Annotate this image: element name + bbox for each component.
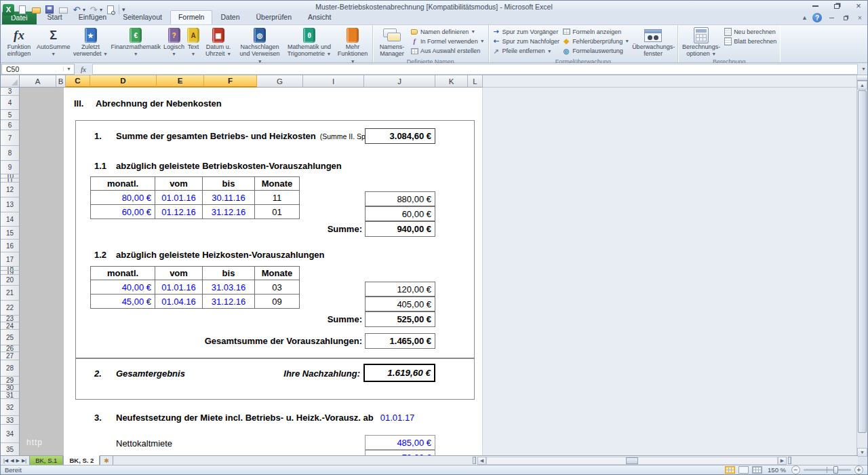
tab-scrollbar-splitter[interactable] xyxy=(473,457,476,464)
financial-button[interactable]: € Finanzmathematik▼ xyxy=(110,26,163,64)
column-header-E[interactable]: E xyxy=(157,75,204,88)
formula-input[interactable] xyxy=(92,64,858,75)
error-checking-button[interactable]: ◆Fehlerüberprüfung▼ xyxy=(561,37,631,45)
column-header-D[interactable]: D xyxy=(90,75,157,88)
calculate-sheet-button[interactable]: Blatt berechnen xyxy=(722,37,778,45)
row-header-34[interactable]: 34 xyxy=(1,425,20,443)
amount-cell[interactable]: 880,00 € xyxy=(365,191,435,206)
row-header-33[interactable]: 33 xyxy=(1,416,20,425)
collapse-ribbon-icon[interactable]: ▲ xyxy=(802,14,808,21)
page-break-view-button[interactable] xyxy=(752,466,762,474)
undo-dropdown-arrow[interactable]: ▾ xyxy=(83,7,85,13)
calculation-options-button[interactable]: Berechnungs­optionen ▼ xyxy=(680,26,722,58)
name-manager-button[interactable]: Namens-Manager xyxy=(375,26,409,58)
scroll-down-arrow[interactable]: ▼ xyxy=(857,448,867,457)
name-box-dropdown-arrow[interactable]: ▼ xyxy=(63,66,74,71)
minimize-button[interactable] xyxy=(809,2,821,10)
expand-formula-bar-icon[interactable]: ▼ xyxy=(861,66,866,71)
total-prepayments-value[interactable]: 1.465,00 € xyxy=(365,333,435,349)
sheet-tab-bk-s1[interactable]: BK, S.1 xyxy=(29,456,63,465)
new-document-icon[interactable] xyxy=(17,4,28,15)
row-header-12[interactable]: 12 xyxy=(1,183,20,197)
scroll-up-arrow[interactable]: ▲ xyxy=(857,81,867,90)
column-header-J[interactable]: J xyxy=(364,75,435,88)
page-layout-view-button[interactable] xyxy=(738,466,749,474)
row-header-31[interactable]: 31 xyxy=(1,392,20,399)
previous-sheet-button[interactable]: ◀ xyxy=(10,458,14,463)
column-header-G[interactable]: G xyxy=(257,75,303,88)
last-sheet-button[interactable]: ▶| xyxy=(22,458,26,463)
help-icon[interactable]: ? xyxy=(812,13,822,22)
rent-value[interactable]: 485,00 € xyxy=(365,435,435,450)
zoom-slider-thumb[interactable] xyxy=(833,466,838,474)
horizontal-scrollbar[interactable]: ◀ ▶ xyxy=(477,456,787,465)
zoom-slider[interactable] xyxy=(804,469,851,471)
row-header-21[interactable]: 21 xyxy=(1,286,20,301)
mail-icon[interactable] xyxy=(58,4,68,15)
recently-used-button[interactable]: ★ Zuletzt verwendet ▼ xyxy=(72,26,110,64)
undo-icon[interactable]: ↶ xyxy=(71,4,82,15)
row-header-6[interactable]: 6 xyxy=(1,120,20,130)
sheet-canvas[interactable]: http III. Abrechnung der Nebenkosten 1. … xyxy=(20,88,858,457)
print-preview-icon[interactable] xyxy=(105,4,116,15)
row-header-29[interactable]: 29 xyxy=(1,377,20,385)
row-header-25[interactable]: 25 xyxy=(1,330,20,345)
tab-formeln[interactable]: Formeln xyxy=(170,10,213,24)
excel-logo-icon[interactable]: X xyxy=(3,4,14,16)
horizontal-scroll-thumb[interactable] xyxy=(626,457,638,464)
row-header-16[interactable]: 16 xyxy=(1,240,20,252)
row-header-5[interactable]: 5 xyxy=(1,110,20,120)
save-icon[interactable] xyxy=(44,4,55,15)
more-functions-button[interactable]: Mehr Funktionen ▼ xyxy=(335,26,370,64)
row-header-9[interactable]: 9 xyxy=(1,161,20,174)
column-header-L[interactable]: L xyxy=(468,75,483,88)
row-header-17[interactable]: 17 xyxy=(1,252,20,267)
autosum-button[interactable]: Σ AutoSumme▼ xyxy=(35,26,72,64)
logical-button[interactable]: ? Logisch▼ xyxy=(162,26,186,64)
watch-window-button[interactable]: Überwachungs­fenster xyxy=(631,26,675,58)
create-from-selection-button[interactable]: Aus Auswahl erstellen xyxy=(409,47,486,56)
remove-arrows-button[interactable]: ↗Pfeile entfernen▼ xyxy=(491,47,561,56)
insert-function-button[interactable]: fx Funktion einfügen xyxy=(3,26,35,64)
row-header-27[interactable]: 27 xyxy=(1,352,20,360)
insert-function-fx-button[interactable]: fx xyxy=(75,65,92,73)
tab-ueberpruefen[interactable]: Überprüfen xyxy=(248,10,300,24)
scrollbar-splitter[interactable] xyxy=(788,457,791,464)
row-header-4[interactable]: 4 xyxy=(1,96,20,110)
use-in-formula-button[interactable]: fIn Formel verwenden▼ xyxy=(409,37,486,45)
first-sheet-button[interactable]: |◀ xyxy=(3,458,8,463)
total-costs-value[interactable]: 3.084,60 € xyxy=(365,128,435,144)
new-rent-date[interactable]: 01.01.17 xyxy=(380,413,415,423)
redo-dropdown-arrow[interactable]: ▾ xyxy=(100,7,102,13)
row-header-24[interactable]: 24 xyxy=(1,322,20,330)
show-formulas-button[interactable]: Formeln anzeigen xyxy=(561,27,631,36)
row-header-15[interactable]: 15 xyxy=(1,227,20,240)
zoom-in-button[interactable]: + xyxy=(854,466,863,474)
date-time-button[interactable]: ▦ Datum u. Uhrzeit ▼ xyxy=(201,26,236,64)
customize-qat-arrow[interactable]: ▾ xyxy=(119,5,125,14)
workbook-close-icon[interactable]: × xyxy=(855,14,865,22)
row-header-20[interactable]: 20 xyxy=(1,275,20,286)
amount-cell[interactable]: 60,00 € xyxy=(365,206,435,221)
calculate-now-button[interactable]: Neu berechnen xyxy=(722,27,778,36)
tab-ansicht[interactable]: Ansicht xyxy=(300,10,339,24)
row-header-35[interactable]: 35 xyxy=(1,443,20,456)
normal-view-button[interactable] xyxy=(725,466,735,474)
column-header-C[interactable]: C xyxy=(66,75,90,88)
vertical-scrollbar[interactable]: ▲ ▼ xyxy=(856,75,867,457)
row-header-26[interactable]: 26 xyxy=(1,345,20,352)
text-button[interactable]: A Text▼ xyxy=(186,26,201,64)
row-header-7[interactable]: 7 xyxy=(1,130,20,146)
row-header-30[interactable]: 30 xyxy=(1,385,20,392)
define-name-button[interactable]: Namen definieren▼ xyxy=(409,27,486,36)
tab-daten[interactable]: Daten xyxy=(212,10,248,24)
select-all-corner[interactable] xyxy=(1,75,20,88)
close-button[interactable]: × xyxy=(852,2,865,10)
column-header-B[interactable]: B xyxy=(56,75,66,88)
scroll-right-arrow[interactable]: ▶ xyxy=(778,457,787,465)
redo-icon[interactable]: ↷ xyxy=(88,4,99,15)
lookup-reference-button[interactable]: ◎ Nachschlagen und Verweisen ▼ xyxy=(236,26,283,64)
sheet-tab-bk-s2[interactable]: BK, S. 2 xyxy=(63,455,100,465)
next-sheet-button[interactable]: ▶ xyxy=(16,458,20,463)
zoom-out-button[interactable]: − xyxy=(791,466,800,474)
